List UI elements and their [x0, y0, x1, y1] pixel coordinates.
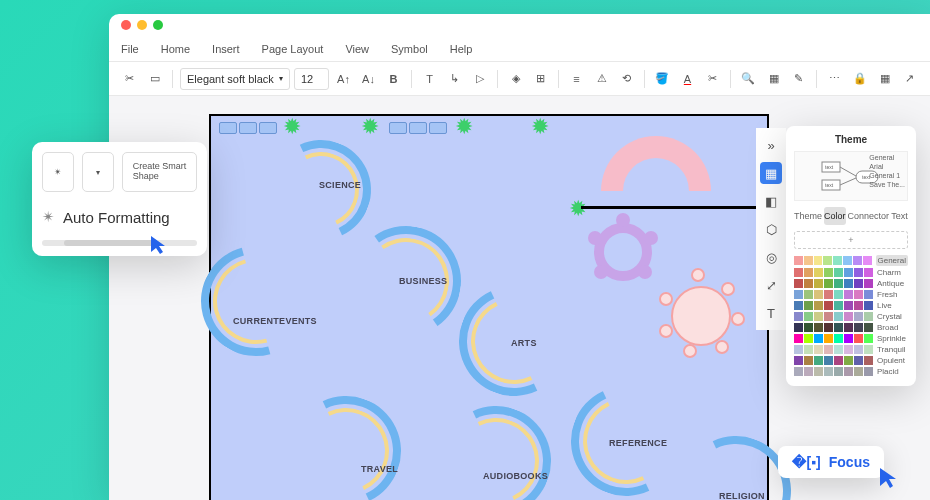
menu-insert[interactable]: Insert	[212, 43, 240, 55]
scheme-general[interactable]: General	[794, 255, 908, 266]
scheme-sprinkle[interactable]: Sprinkle	[794, 334, 908, 343]
scheme-label: Fresh	[877, 290, 908, 299]
group-icon[interactable]: ⊞	[530, 68, 551, 90]
scheme-antique[interactable]: Antique	[794, 279, 908, 288]
search-icon[interactable]: 🔍	[738, 68, 759, 90]
swatch	[804, 290, 813, 299]
font-shrink-icon[interactable]: A↓	[358, 68, 379, 90]
swatch	[814, 268, 823, 277]
align-left-icon[interactable]: ≡	[566, 68, 587, 90]
layers-icon[interactable]: ◈	[505, 68, 526, 90]
line-style-icon[interactable]: ✎	[788, 68, 809, 90]
floor-plan-canvas[interactable]: ✹ ✹ ✹ ✹ ✹ SCIENCE CURRENTEVENTS BUSINESS…	[209, 114, 769, 500]
swatch	[814, 312, 823, 321]
theme-preview[interactable]: texttexttext General Arial General 1 Sav…	[794, 151, 908, 201]
cut-icon[interactable]: ✂	[119, 68, 140, 90]
menu-page-layout[interactable]: Page Layout	[262, 43, 324, 55]
rail-grid-icon[interactable]: ▦	[760, 162, 782, 184]
scheme-charm[interactable]: Charm	[794, 268, 908, 277]
rotate-icon[interactable]: ⟲	[616, 68, 637, 90]
rail-shapes-icon[interactable]: ◧	[760, 190, 782, 212]
lock-icon[interactable]: 🔒	[849, 68, 870, 90]
swatch	[854, 323, 863, 332]
theme-side-general1[interactable]: General 1	[869, 172, 905, 179]
zoom-dot[interactable]	[153, 20, 163, 30]
fill-icon[interactable]: 🪣	[652, 68, 673, 90]
scheme-broad[interactable]: Broad	[794, 323, 908, 332]
sofa	[409, 122, 427, 134]
create-smart-shape-button[interactable]: Create Smart Shape	[122, 152, 197, 192]
sparkle-button[interactable]: ✴	[42, 152, 74, 192]
menu-home[interactable]: Home	[161, 43, 190, 55]
text-icon[interactable]: T	[419, 68, 440, 90]
chair	[691, 268, 705, 282]
scheme-tranquil[interactable]: Tranquil	[794, 345, 908, 354]
minimize-dot[interactable]	[137, 20, 147, 30]
table-icon[interactable]: ▦	[763, 68, 784, 90]
theme-side-save[interactable]: Save The...	[869, 181, 905, 188]
swatch	[794, 290, 803, 299]
scheme-label: Sprinkle	[877, 334, 908, 343]
color-schemes: GeneralCharmAntiqueFreshLiveCrystalBroad…	[794, 255, 908, 376]
bold-icon[interactable]: B	[383, 68, 404, 90]
crop-icon[interactable]: ✂	[702, 68, 723, 90]
sofa	[259, 122, 277, 134]
scheme-live[interactable]: Live	[794, 301, 908, 310]
tab-theme[interactable]: Theme	[794, 207, 822, 225]
export-icon[interactable]: ↗	[899, 68, 920, 90]
rail-text-icon[interactable]: T	[760, 302, 782, 324]
scheme-fresh[interactable]: Fresh	[794, 290, 908, 299]
scheme-label: Placid	[877, 367, 908, 376]
menu-help[interactable]: Help	[450, 43, 473, 55]
svg-line-10	[840, 178, 856, 185]
theme-tabs: Theme Color Connector Text	[794, 207, 908, 225]
font-name: Elegant soft black	[187, 73, 274, 85]
menu-symbol[interactable]: Symbol	[391, 43, 428, 55]
menu-view[interactable]: View	[345, 43, 369, 55]
scheme-label: Charm	[877, 268, 908, 277]
close-dot[interactable]	[121, 20, 131, 30]
swatch	[814, 367, 823, 376]
pointer-icon[interactable]: ▷	[469, 68, 490, 90]
swatch	[804, 323, 813, 332]
sofa	[239, 122, 257, 134]
theme-side-arial[interactable]: Arial	[869, 163, 905, 170]
tab-color[interactable]: Color	[824, 207, 846, 225]
warning-icon[interactable]: ⚠	[591, 68, 612, 90]
connector-icon[interactable]: ↳	[444, 68, 465, 90]
tab-text[interactable]: Text	[891, 207, 908, 225]
cursor-icon	[149, 234, 169, 256]
scheme-label: Opulent	[877, 356, 908, 365]
dropdown-button[interactable]: ▾	[82, 152, 114, 192]
swatch	[864, 334, 873, 343]
more-icon[interactable]: ⋯	[824, 68, 845, 90]
swatch	[794, 279, 803, 288]
svg-text:text: text	[825, 182, 834, 188]
copy-icon[interactable]: ▭	[144, 68, 165, 90]
scheme-placid[interactable]: Placid	[794, 367, 908, 376]
font-grow-icon[interactable]: A↑	[333, 68, 354, 90]
chair	[659, 292, 673, 306]
auto-format-popup: ✴ ▾ Create Smart Shape ✴ Auto Formatting	[32, 142, 207, 256]
rail-expand-icon[interactable]: ⤢	[760, 274, 782, 296]
auto-formatting-row[interactable]: ✴ Auto Formatting	[42, 202, 197, 232]
auto-format-slider[interactable]	[42, 240, 197, 246]
scheme-crystal[interactable]: Crystal	[794, 312, 908, 321]
add-scheme-button[interactable]: +	[794, 231, 908, 249]
menu-file[interactable]: File	[121, 43, 139, 55]
swatch	[794, 367, 803, 376]
swatch	[824, 367, 833, 376]
tab-connector[interactable]: Connector	[848, 207, 890, 225]
font-size[interactable]: 12	[294, 68, 329, 90]
grid-icon[interactable]: ▦	[874, 68, 895, 90]
swatch	[864, 323, 873, 332]
swatch	[804, 334, 813, 343]
rail-cube-icon[interactable]: ⬡	[760, 218, 782, 240]
theme-side-general[interactable]: General	[869, 154, 905, 161]
scheme-opulent[interactable]: Opulent	[794, 356, 908, 365]
focus-button[interactable]: �[▪] Focus	[778, 446, 884, 478]
rail-collapse-icon[interactable]: »	[760, 134, 782, 156]
font-color-icon[interactable]: A	[677, 68, 698, 90]
rail-target-icon[interactable]: ◎	[760, 246, 782, 268]
font-select[interactable]: Elegant soft black▾	[180, 68, 290, 90]
